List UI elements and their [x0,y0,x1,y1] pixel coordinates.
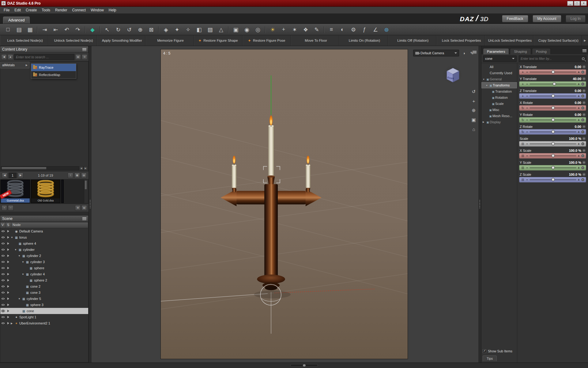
map-transfer-icon[interactable]: ▨ [205,25,216,34]
visibility-toggle[interactable] [0,316,6,318]
back-icon[interactable]: ◀ [1,54,7,60]
visibility-toggle[interactable] [0,255,6,257]
viewport-menu-icon[interactable] [473,51,477,54]
action-button[interactable]: ✦ Restore Figure Shape [194,35,242,46]
selectable-toggle[interactable] [6,291,11,294]
puppeteer-icon[interactable]: ❖ [300,25,311,34]
expand-arrow[interactable]: ▼ [483,78,486,80]
gear-icon[interactable] [581,94,584,98]
increment-button[interactable]: + [578,166,580,170]
increment-button[interactable]: + [578,94,580,98]
selectable-toggle[interactable] [6,285,11,288]
decrement-button[interactable]: − [526,118,528,122]
selectable-toggle[interactable] [6,242,11,245]
slider-track[interactable] [530,107,576,109]
pose-tool-icon[interactable]: ✧ [183,25,194,34]
gear-icon[interactable] [582,77,586,80]
action-button[interactable]: Unlock Selected Node(s) [48,35,97,46]
copy-icon[interactable]: ⊞ [75,205,81,211]
parameter-group-item[interactable]: Misc [481,107,517,113]
parameter-slider[interactable]: + − + [519,81,586,87]
expand-arrow[interactable]: ▼ [486,84,489,86]
view-navigation-cube[interactable]: Front [443,64,463,85]
parameter-value[interactable]: 0.00 [575,65,581,69]
scene-node-row[interactable]: sphere 3 [0,302,88,308]
slider-thumb[interactable] [553,82,556,86]
search-input[interactable] [14,54,74,60]
panel-splitter[interactable] [478,46,481,362]
increment-button[interactable]: + [578,106,580,110]
vertical-scrollbar[interactable] [84,180,88,203]
selectable-toggle[interactable] [6,279,11,282]
toolbar-overflow-icon[interactable]: ▶ [582,35,588,46]
slider-thumb[interactable] [551,118,555,121]
expand-arrow[interactable]: ▶ [11,322,14,325]
scene-node-row[interactable]: sphere 4 [0,240,88,247]
scene-node-row[interactable]: ▼ cylinder 3 [0,259,88,265]
slider-thumb[interactable] [551,130,555,133]
parameter-value[interactable]: 0.00 [575,125,581,128]
panel-menu-icon[interactable] [82,217,86,220]
scroll-right-icon[interactable]: ▶ [84,166,88,170]
selectable-toggle[interactable] [6,310,11,312]
decrement-button[interactable]: − [526,82,528,86]
gear-icon[interactable] [581,166,584,169]
pointer-tool-icon[interactable]: ↖ [102,25,113,34]
remove-button[interactable]: − [8,205,13,211]
parameter-slider[interactable]: ⊞ − + [519,153,586,159]
decrement-button[interactable]: − [526,166,528,170]
scene-node-row[interactable]: ▼ torus [0,234,88,240]
increment-button[interactable]: + [578,154,580,158]
camera-selector[interactable]: Default Camera [413,50,459,56]
surface-selection-icon[interactable]: ◧ [194,25,205,34]
panel-tab[interactable]: Posing [532,48,551,54]
slider-track[interactable] [530,179,576,180]
menu-item[interactable]: Edit [12,7,23,13]
rotate-tool-icon[interactable]: ↻ [113,25,124,34]
parameter-slider[interactable]: ↻ − + [519,117,586,123]
scene-node-row[interactable]: ▼ cylinder [0,247,88,253]
expand-arrow[interactable]: ▼ [18,297,21,300]
scene-node-row[interactable]: Default Camera [0,228,88,234]
parameter-slider[interactable]: ⊞ − + [519,165,586,171]
figure-tool-icon[interactable]: ✦ [172,25,183,34]
action-button[interactable]: Copy Selected Surface(s) [533,35,582,46]
smoothing-gem-icon[interactable]: ◆ [87,25,98,34]
visibility-toggle[interactable] [0,230,6,232]
toolbar-divider[interactable] [85,26,85,33]
scene-node-row[interactable]: ▼ cylinder 4 [0,271,88,277]
maximize-button[interactable]: □ [574,1,580,6]
action-button[interactable]: Lock Selected Properties [436,35,485,46]
new-file-icon[interactable]: □ [2,25,13,34]
up-icon[interactable]: ▲ [8,54,13,60]
toolbar-divider[interactable] [158,26,159,33]
geometry-editor-icon[interactable]: △ [216,25,227,34]
parameter-slider[interactable]: ⊞ − + [519,141,586,147]
gear-icon[interactable] [581,71,584,74]
gear-icon[interactable] [582,101,586,104]
render-view[interactable] [161,49,408,359]
scene-node-row[interactable]: ▼ cylinder 2 [0,253,88,259]
slider-thumb[interactable] [551,70,555,74]
increment-button[interactable]: + [578,178,580,182]
selectable-toggle[interactable] [6,297,11,300]
parameter-slider[interactable]: + − + [519,93,586,99]
scene-node-row[interactable]: sphere [0,265,88,271]
toolbar-divider[interactable] [265,26,266,33]
create-null-icon[interactable]: + [278,25,289,34]
gear-icon[interactable] [582,125,586,128]
parameter-group-item[interactable]: Currently Used [481,70,517,76]
visibility-toggle[interactable] [0,322,6,324]
parameter-slider[interactable]: + − + [519,69,586,75]
visibility-toggle[interactable] [0,310,6,312]
zoom-view-icon[interactable]: ⊕ [472,108,476,113]
slider-thumb[interactable] [551,142,555,145]
parameter-group-item[interactable]: ▼ General [481,76,517,82]
selectable-toggle[interactable] [6,322,11,324]
scene-node-row[interactable]: ▶ UberEnvironment2 1 [0,320,88,326]
powerpose-icon[interactable]: ✶ [289,25,300,34]
scene-node-row[interactable]: sphere 2 [0,277,88,283]
gear-icon[interactable] [582,137,586,140]
selectable-toggle[interactable] [6,273,11,275]
visibility-toggle[interactable] [0,304,6,306]
